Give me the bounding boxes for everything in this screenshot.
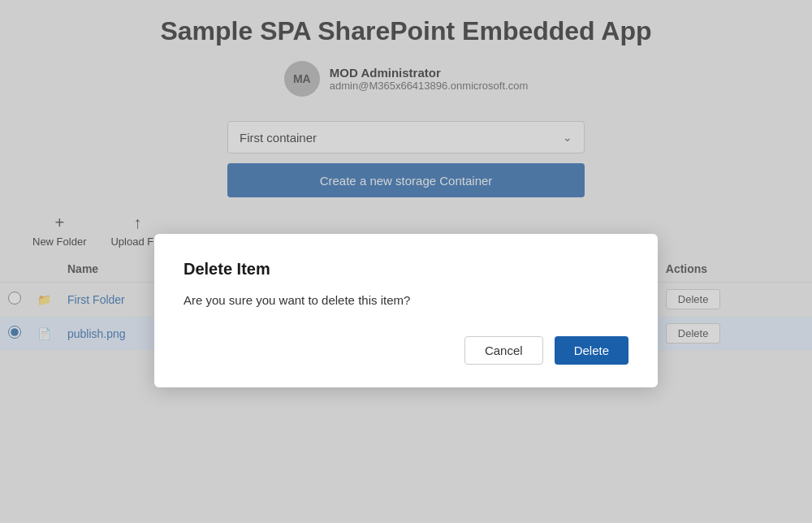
page-wrapper: Sample SPA SharePoint Embedded App MA MO… (0, 0, 812, 523)
delete-dialog: Delete Item Are you sure you want to del… (154, 234, 658, 387)
modal-overlay: Delete Item Are you sure you want to del… (0, 0, 812, 523)
cancel-button[interactable]: Cancel (464, 336, 543, 365)
modal-body: Are you sure you want to delete this ite… (184, 293, 628, 307)
modal-title: Delete Item (184, 260, 628, 279)
delete-button[interactable]: Delete (555, 336, 628, 365)
modal-actions: Cancel Delete (184, 336, 628, 365)
